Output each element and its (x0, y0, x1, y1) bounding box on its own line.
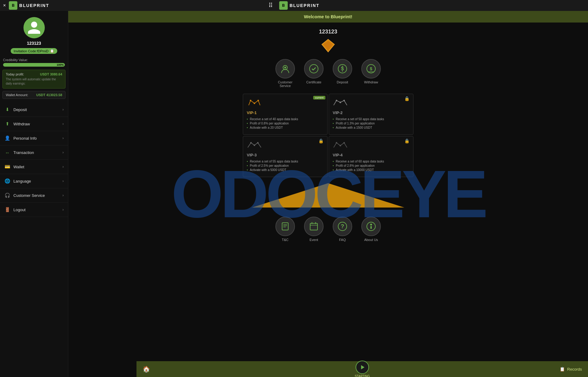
vip2-icon (333, 98, 348, 107)
sidebar-chevron-deposit: › (62, 107, 64, 112)
profit-description: The system will automatic update the dai… (6, 77, 62, 86)
diamond-icon (321, 38, 336, 53)
vip3-features: Receive a set of 55 apps data tasks Prof… (247, 160, 324, 172)
vip2-feature-3: Activate with a 1500 USDT (333, 126, 409, 129)
deposit-button[interactable]: $ Deposit (333, 59, 352, 88)
sidebar-chevron-withdraw: › (62, 122, 64, 126)
svg-point-16 (250, 142, 252, 144)
sidebar-item-logout[interactable]: 🚪 Logout › (0, 203, 68, 217)
certificate-button[interactable]: Certificate (304, 59, 324, 88)
sidebar-item-wallet[interactable]: 💳 Wallet › (0, 160, 68, 174)
tnc-button[interactable]: T&C (275, 217, 295, 242)
credibility-bar: 100% (3, 63, 65, 67)
header-logo-icon: B (279, 1, 288, 10)
svg-point-11 (254, 103, 255, 104)
vip1-icon (247, 98, 262, 107)
home-icon[interactable]: 🏠 (143, 365, 150, 373)
faq-label: FAQ (339, 238, 346, 242)
wallet-box: Wallet Amount: USDT 413023.58 (2, 91, 66, 99)
sidebar-item-left-transaction: ↔ Transaction (4, 149, 34, 155)
close-button[interactable]: × (3, 3, 6, 8)
vip2-title: VIP-2 (333, 110, 409, 115)
sidebar-item-left-language: 🌐 Language (4, 178, 31, 184)
vip3-feature-2: Profit of 2.5% per application (247, 164, 324, 167)
sidebar-label-logout: Logout (13, 208, 26, 212)
tnc-icon-circle (275, 217, 295, 236)
vip1-feature-3: Activate with a 20 USDT (247, 126, 324, 129)
bottom-nav-center: STARTING (355, 361, 370, 377)
invitation-code-text: Invitation Code:fDPmiD (14, 49, 48, 53)
welcome-text: Welcome to Blueprint! (304, 14, 352, 19)
invitation-code: Invitation Code:fDPmiD 📋 (11, 48, 57, 54)
sidebar-menu: ⬇ Deposit › ⬆ Withdraw › 👤 Personal Info… (0, 103, 68, 377)
customer-service-icon-circle (275, 59, 295, 79)
vip2-badge: 🔒 (402, 96, 411, 101)
sidebar-label-deposit: Deposit (13, 107, 27, 112)
vip3-feature-3: Activate with a 5000 USDT (247, 168, 324, 172)
avatar (23, 17, 45, 38)
sidebar-chevron-language: › (62, 179, 64, 183)
records-label[interactable]: Records (567, 367, 582, 372)
sidebar-item-language[interactable]: 🌐 Language › (0, 174, 68, 188)
sidebar-item-transaction[interactable]: ↔ Transaction › (0, 145, 68, 160)
withdraw-icon-circle: $ (361, 59, 381, 79)
vip4-icon (333, 141, 348, 150)
vip2-card[interactable]: 🔒 VIP-2 Receive a set of 50 apps data ta… (329, 94, 413, 135)
bottom-nav: 🏠 STARTING 📋 Records (136, 361, 588, 377)
about-us-button[interactable]: About Us (361, 217, 381, 242)
diamond-icon-wrap (321, 38, 336, 54)
vip-grid: current VIP-1 Receive a set of 40 apps d… (243, 94, 413, 177)
faq-icon-circle: ? (333, 217, 352, 236)
sidebar-label-personal-info: Personal Info (13, 136, 37, 141)
svg-rect-22 (282, 223, 288, 230)
vip1-card[interactable]: current VIP-1 Receive a set of 40 apps d… (243, 94, 328, 135)
sidebar-icon-withdraw: ⬆ (4, 121, 10, 127)
profit-row: Today profit: USDT 3080.64 (6, 72, 62, 76)
about-us-label: About Us (364, 238, 378, 242)
sidebar-item-customer-service[interactable]: 🎧 Customer Service › (0, 188, 68, 203)
starting-label: STARTING (355, 375, 370, 377)
vip3-feature-1: Receive a set of 55 apps data tasks (247, 160, 324, 163)
vip3-card[interactable]: 🔒 VIP-3 Receive a set of 55 apps data ta… (243, 136, 328, 177)
withdraw-button[interactable]: $ Withdraw (361, 59, 381, 88)
top-icons-row: CustomerService Certificate $ Deposit $ … (275, 59, 381, 88)
vip3-badge: 🔒 (317, 138, 325, 144)
logo-icon: B (9, 1, 17, 10)
vip4-card[interactable]: 🔒 VIP-4 Receive a set of 60 apps data ta… (329, 136, 413, 177)
sidebar-icon-personal-info: 👤 (4, 135, 10, 141)
sidebar-item-withdraw[interactable]: ⬆ Withdraw › (0, 117, 68, 131)
bottom-icons-row: T&C Event ? FAQ About Us (275, 217, 381, 242)
svg-point-19 (336, 142, 337, 144)
vip3-icon (247, 141, 262, 150)
sidebar-item-personal-info[interactable]: 👤 Personal Info › (0, 131, 68, 145)
starting-button[interactable] (356, 361, 369, 374)
main-area: 123123 CustomerService Certificate (68, 23, 588, 248)
sidebar-item-deposit[interactable]: ⬇ Deposit › (0, 103, 68, 117)
svg-point-13 (336, 100, 337, 101)
profit-label: Today profit: (6, 72, 24, 76)
vip1-badge: current (313, 96, 325, 99)
customer-service-button[interactable]: CustomerService (275, 59, 295, 88)
sidebar-label-wallet: Wallet (13, 165, 24, 169)
bottom-nav-left: 🏠 (143, 365, 150, 373)
sidebar-icon-deposit: ⬇ (4, 106, 10, 113)
svg-text:?: ? (341, 223, 344, 229)
svg-point-12 (257, 100, 259, 101)
deposit-label: Deposit (337, 80, 348, 84)
event-button[interactable]: Event (304, 217, 324, 242)
vip1-feature-2: Profit of 0.8% per application (247, 122, 324, 125)
event-icon-circle (304, 217, 324, 236)
grid-icon: ⠿ (268, 2, 273, 9)
sidebar-icon-logout: 🚪 (4, 207, 10, 213)
vip2-features: Receive a set of 50 apps data tasks Prof… (333, 117, 409, 129)
vip3-title: VIP-3 (247, 153, 324, 157)
pyramid-decoration (252, 183, 404, 208)
copy-icon[interactable]: 📋 (50, 49, 54, 53)
svg-point-20 (340, 145, 341, 146)
sidebar-icon-language: 🌐 (4, 178, 10, 184)
top-header: × B BLUEPRINT ⠿ B BLUEPRINT (0, 0, 588, 11)
faq-button[interactable]: ? FAQ (333, 217, 352, 242)
sidebar-item-left-wallet: 💳 Wallet (4, 164, 24, 170)
logo-text: BLUEPRINT (19, 3, 49, 8)
sidebar-item-left-withdraw: ⬆ Withdraw (4, 121, 30, 127)
